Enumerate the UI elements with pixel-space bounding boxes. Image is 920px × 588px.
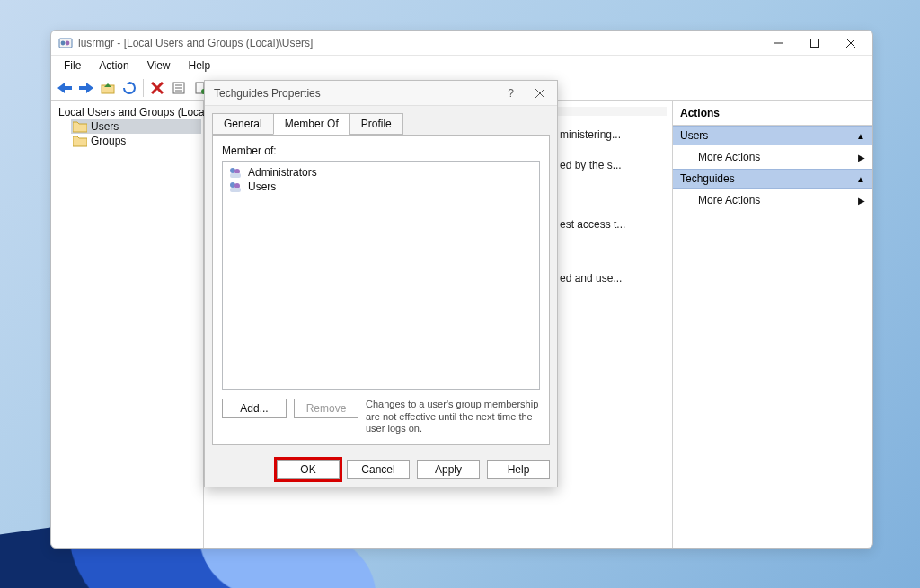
menu-view[interactable]: View: [138, 57, 180, 74]
svg-rect-29: [230, 188, 241, 192]
arrow-left-icon: [58, 83, 72, 93]
tab-member-of[interactable]: Member Of: [273, 113, 350, 135]
maximize-button[interactable]: [797, 31, 833, 56]
menu-help[interactable]: Help: [180, 57, 220, 74]
dialog-title: Techguides Properties: [214, 87, 493, 100]
tab-profile[interactable]: Profile: [349, 113, 403, 135]
svg-point-24: [230, 168, 235, 173]
actions-group-users-label: Users: [680, 129, 708, 142]
svg-rect-26: [230, 173, 241, 178]
dialog-close-button[interactable]: [528, 84, 552, 102]
tree-groups-label: Groups: [91, 135, 126, 147]
window-title: lusrmgr - [Local Users and Groups (Local…: [78, 37, 761, 49]
svg-rect-4: [811, 39, 819, 47]
actions-techguides-more[interactable]: More Actions ▶: [673, 189, 872, 212]
svg-marker-7: [58, 83, 72, 93]
properties-dialog: Techguides Properties ? General Member O…: [204, 80, 558, 487]
menubar: File Action View Help: [51, 56, 872, 75]
chevron-right-icon: ▶: [858, 196, 865, 206]
tree-item-users[interactable]: Users: [71, 119, 201, 134]
up-button[interactable]: [98, 78, 118, 98]
dialog-help-icon[interactable]: ?: [500, 87, 521, 100]
folder-up-icon: [101, 82, 115, 94]
apply-button[interactable]: Apply: [417, 460, 480, 479]
actions-header: Actions: [673, 101, 872, 126]
actions-group-techguides[interactable]: Techguides ▲: [673, 169, 872, 189]
properties-icon: [172, 82, 185, 94]
tree-pane: Local Users and Groups (Local) Users Gro…: [51, 101, 204, 548]
menu-action[interactable]: Action: [90, 57, 137, 74]
help-button[interactable]: Help: [487, 460, 550, 479]
detail-line-3: est access t...: [560, 218, 667, 231]
tree-root[interactable]: Local Users and Groups (Local): [53, 105, 201, 119]
forward-button[interactable]: [76, 78, 96, 98]
memberof-label: Member of:: [222, 145, 540, 157]
member-row-administrators[interactable]: Administrators: [226, 165, 535, 180]
add-button[interactable]: Add...: [222, 399, 287, 418]
remove-button[interactable]: Remove: [294, 399, 358, 418]
svg-marker-8: [79, 83, 93, 93]
actions-users-more-label: More Actions: [698, 151, 760, 163]
back-button[interactable]: [55, 78, 75, 98]
tree-root-label: Local Users and Groups (Local): [58, 106, 210, 118]
member-admins-label: Administrators: [248, 166, 317, 179]
detail-line-4: ed and use...: [560, 272, 667, 285]
folder-icon: [73, 135, 87, 147]
actions-group-users[interactable]: Users ▲: [673, 126, 872, 145]
delete-button[interactable]: [147, 78, 167, 98]
dialog-titlebar[interactable]: Techguides Properties ?: [205, 81, 557, 106]
properties-button[interactable]: [169, 78, 189, 98]
group-icon: [228, 166, 243, 179]
delete-x-icon: [151, 82, 164, 94]
toolbar-separator: [143, 79, 144, 97]
memberof-panel: Member of: Administrators Users Add... R…: [212, 135, 550, 445]
refresh-button[interactable]: [119, 78, 139, 98]
close-button[interactable]: [833, 31, 869, 56]
tree-item-groups[interactable]: Groups: [71, 134, 201, 148]
arrow-right-icon: [79, 83, 93, 93]
titlebar[interactable]: lusrmgr - [Local Users and Groups (Local…: [51, 31, 872, 56]
group-icon: [228, 180, 243, 193]
member-row-users[interactable]: Users: [226, 180, 535, 194]
dialog-tabstrip: General Member Of Profile: [205, 106, 557, 135]
actions-techguides-more-label: More Actions: [698, 194, 760, 206]
chevron-up-icon: ▲: [856, 131, 865, 141]
member-users-label: Users: [248, 180, 276, 193]
cancel-button[interactable]: Cancel: [347, 460, 410, 479]
close-icon: [535, 89, 544, 98]
svg-point-27: [230, 182, 235, 188]
minimize-button[interactable]: [761, 31, 797, 56]
app-icon: [58, 36, 73, 50]
chevron-up-icon: ▲: [856, 174, 865, 184]
chevron-right-icon: ▶: [858, 153, 865, 162]
member-list[interactable]: Administrators Users: [222, 161, 540, 390]
folder-icon: [73, 120, 87, 133]
dialog-button-row: OK Cancel Apply Help: [205, 452, 557, 487]
membership-hint: Changes to a user's group membership are…: [366, 399, 540, 435]
tab-general[interactable]: General: [212, 113, 274, 135]
detail-line-1: ministering...: [560, 128, 667, 141]
actions-group-techguides-label: Techguides: [680, 172, 735, 185]
tree-users-label: Users: [91, 120, 119, 133]
detail-line-2: ed by the s...: [560, 159, 667, 171]
actions-pane: Actions Users ▲ More Actions ▶ Techguide…: [673, 101, 872, 548]
svg-point-2: [66, 40, 70, 45]
actions-users-more[interactable]: More Actions ▶: [673, 145, 872, 169]
menu-file[interactable]: File: [55, 57, 90, 74]
ok-button[interactable]: OK: [277, 460, 340, 479]
svg-point-1: [61, 40, 66, 45]
refresh-icon: [123, 82, 136, 94]
